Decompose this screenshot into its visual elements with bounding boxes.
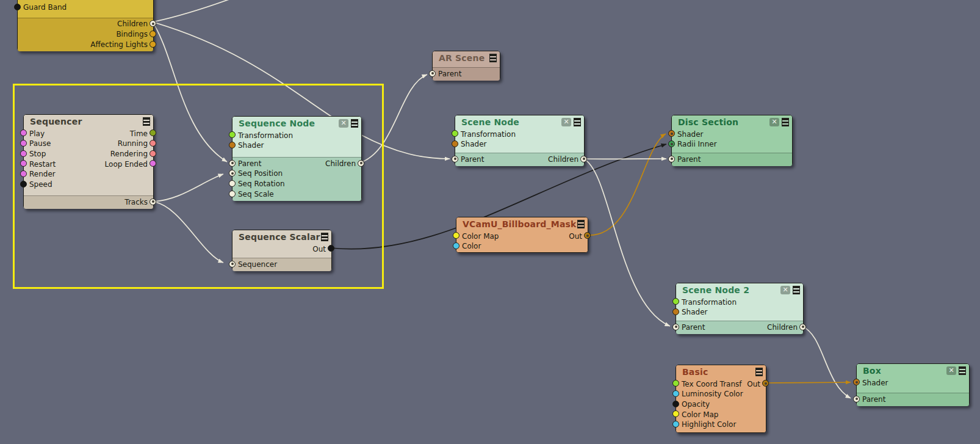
- pin-core: [431, 72, 434, 75]
- pin-label-left: Luminosity Color: [682, 390, 743, 398]
- menu-icon[interactable]: [577, 220, 585, 228]
- pin-label-right: Time: [130, 129, 148, 138]
- wire-scene-node-2-children-to-box-parent[interactable]: [802, 327, 851, 398]
- wire-vcamu-out-to-disc-shader[interactable]: [587, 134, 666, 235]
- pin-label-left: Radii Inner: [677, 140, 717, 148]
- pin-sequence-node-seq-rotation[interactable]: [229, 180, 236, 187]
- menu-icon[interactable]: [959, 366, 966, 375]
- pin-sequence-node-children[interactable]: [358, 160, 364, 167]
- node-header[interactable]: AR Scene: [433, 51, 500, 65]
- pin-label-right: Children: [117, 20, 148, 28]
- node-title: VCamU_Billboard_Mask: [463, 219, 577, 229]
- node-header[interactable]: Scene Node✕: [455, 115, 584, 129]
- close-icon[interactable]: ✕: [561, 118, 571, 126]
- pin-sequencer-speed[interactable]: [20, 181, 27, 187]
- node-box[interactable]: Box✕ShaderParent: [856, 363, 970, 406]
- wire-scene-children-to-scene-node-2-parent[interactable]: [583, 159, 670, 326]
- pin-basic-opacity[interactable]: [672, 401, 679, 407]
- close-icon[interactable]: ✕: [946, 366, 956, 375]
- pin-row: StopRendering: [24, 148, 153, 159]
- pin-label-left: Shader: [682, 308, 708, 316]
- pin-label-left: Seq Position: [238, 169, 283, 178]
- node-header[interactable]: VCamU_Billboard_Mask: [456, 217, 588, 231]
- pin-core: [231, 172, 234, 175]
- menu-icon[interactable]: [489, 54, 497, 62]
- node-header[interactable]: Sequence Scalar: [232, 230, 331, 244]
- pin-sequence-node-seq-scale[interactable]: [229, 191, 236, 197]
- pin-row: Transformation: [676, 297, 803, 307]
- pin-scene-node-2-shader[interactable]: [672, 308, 679, 315]
- node-title: Sequence Node: [239, 118, 315, 128]
- node-scene-node-2[interactable]: Scene Node 2✕TransformationShaderParentC…: [676, 283, 804, 334]
- node-guard-group[interactable]: Guard BandChildrenBindingsAffecting Ligh…: [17, 0, 154, 51]
- node-title: Disc Section: [678, 117, 738, 127]
- menu-icon[interactable]: [782, 118, 789, 126]
- menu-icon[interactable]: [793, 286, 800, 294]
- node-title: Sequence Scalar: [239, 232, 320, 242]
- node-header[interactable]: Sequence Node✕: [232, 117, 361, 130]
- node-scene-node[interactable]: Scene Node✕TransformationShaderParentChi…: [455, 115, 585, 166]
- pin-box-parent[interactable]: [853, 396, 860, 402]
- node-sequencer[interactable]: SequencerPlayTimePauseRunningStopRenderi…: [23, 114, 154, 209]
- node-sequence-node[interactable]: Sequence Node✕TransformationShaderParent…: [232, 116, 362, 201]
- close-icon[interactable]: ✕: [780, 286, 790, 294]
- pin-disc-section-radii-inner[interactable]: [668, 140, 675, 147]
- node-title: Basic: [682, 367, 708, 377]
- pin-disc-section-parent[interactable]: [668, 156, 675, 162]
- pin-row: Children: [18, 19, 153, 29]
- pin-sequence-scalar-sequencer[interactable]: [229, 261, 236, 267]
- node-sequence-scalar[interactable]: Sequence ScalarOutSequencer: [232, 230, 332, 271]
- pin-row: Parent: [857, 394, 969, 404]
- pin-sequencer-running[interactable]: [150, 140, 156, 147]
- pin-row: ParentChildren: [676, 322, 803, 332]
- pin-core: [152, 23, 154, 25]
- pin-label-left: Parent: [438, 70, 461, 78]
- pin-row: Sequencer: [232, 259, 331, 269]
- pin-guard-group-affecting-lights[interactable]: [150, 41, 156, 48]
- close-icon[interactable]: ✕: [339, 119, 348, 128]
- pin-ar-scene-parent[interactable]: [429, 70, 436, 77]
- node-header[interactable]: Scene Node 2✕: [676, 283, 803, 297]
- node-disc-section[interactable]: Disc Section✕ShaderRadii InnerParent: [671, 115, 793, 166]
- pin-row: RestartLoop Ended: [24, 159, 153, 169]
- pin-sequence-node-shader[interactable]: [229, 142, 236, 148]
- pin-label-left: Color: [462, 242, 481, 250]
- pin-scene-node-parent[interactable]: [452, 156, 458, 162]
- pin-sequence-node-parent[interactable]: [229, 160, 236, 167]
- menu-icon[interactable]: [351, 119, 358, 128]
- pin-sequencer-pause[interactable]: [20, 140, 27, 147]
- pin-label-right: Out: [569, 232, 582, 241]
- pin-label-right: Bindings: [116, 30, 148, 38]
- node-header[interactable]: Disc Section✕: [672, 115, 792, 129]
- pin-scene-node-2-parent[interactable]: [672, 324, 679, 330]
- pin-sequencer-tracks[interactable]: [150, 198, 156, 205]
- close-icon[interactable]: ✕: [769, 118, 779, 126]
- node-vcamu-billboard-mask[interactable]: VCamU_Billboard_MaskColor MapOutColor: [456, 217, 588, 253]
- pin-label-left: Stop: [29, 150, 46, 158]
- menu-icon[interactable]: [143, 117, 150, 126]
- pin-row: Guard Band: [18, 2, 153, 13]
- wire-basic-out-to-box-shader[interactable]: [765, 382, 851, 383]
- header-icons: [489, 54, 497, 62]
- pin-vcamu-billboard-mask-color[interactable]: [453, 242, 459, 249]
- pin-guard-group-guard-band[interactable]: [14, 4, 21, 10]
- pin-label-left: Guard Band: [23, 3, 67, 12]
- menu-icon[interactable]: [321, 233, 328, 241]
- pin-scene-node-shader[interactable]: [452, 140, 458, 147]
- pin-scene-node-2-children[interactable]: [799, 324, 806, 330]
- pin-scene-node-children[interactable]: [580, 156, 587, 162]
- wire-guard-children-offscreen-top[interactable]: [153, 0, 244, 22]
- node-header[interactable]: Basic: [676, 365, 766, 379]
- pin-basic-luminosity-color[interactable]: [672, 390, 679, 397]
- node-graph-canvas[interactable]: Guard BandChildrenBindingsAffecting Ligh…: [0, 0, 980, 444]
- pin-sequencer-stop[interactable]: [20, 150, 27, 157]
- pin-label-left: Restart: [29, 160, 56, 169]
- node-header[interactable]: Box✕: [857, 364, 969, 377]
- menu-icon[interactable]: [574, 118, 581, 126]
- pin-sequencer-rendering[interactable]: [150, 150, 156, 157]
- pin-guard-group-bindings[interactable]: [150, 31, 156, 37]
- node-basic[interactable]: BasicTex Coord TransfOutLuminosity Color…: [676, 365, 766, 433]
- node-header[interactable]: Sequencer: [24, 115, 153, 128]
- menu-icon[interactable]: [755, 368, 763, 376]
- node-ar-scene[interactable]: AR SceneParent: [432, 51, 500, 81]
